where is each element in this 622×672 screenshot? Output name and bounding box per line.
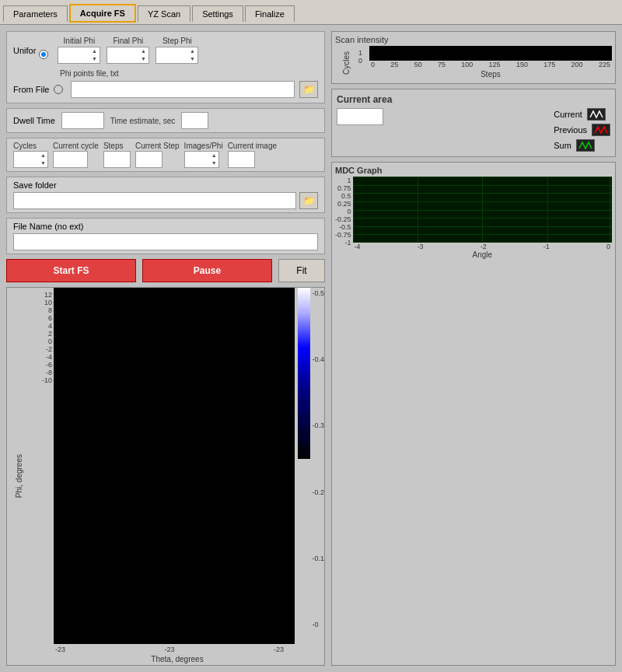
initial-phi-arrows[interactable]: ▲ ▼	[89, 47, 99, 63]
cbar-tick-1: -0.4	[312, 355, 324, 363]
current-step-input[interactable]: 0	[135, 151, 162, 168]
scan-plot-inner: 0 25 50 75 100 125 150 175 200 225 Steps	[369, 46, 612, 80]
tab-acquire-fs[interactable]: Acquire FS	[69, 4, 136, 23]
cycles-input[interactable]: 1	[14, 154, 39, 165]
cbar-tick-5: -0	[312, 621, 324, 628]
dwell-row: Dwell Time 1000 Time estimate, sec 3	[6, 108, 325, 133]
cycles-label: Cycles	[13, 142, 48, 150]
legend-sum-label: Sum	[554, 141, 571, 150]
step-phi-col: Step Phi 1 ▲ ▼	[156, 37, 198, 64]
previous-waveform	[593, 125, 609, 135]
step-phi-up[interactable]: ▲	[187, 47, 197, 55]
ytick-n2: -2	[46, 345, 52, 353]
mdc-ytick-n1: -1	[335, 239, 351, 247]
final-phi-arrows[interactable]: ▲ ▼	[138, 47, 148, 63]
final-phi-input[interactable]: 10	[107, 50, 138, 61]
current-area-title: Current area	[337, 94, 610, 105]
ytick-n10: -10	[42, 376, 52, 384]
mdc-xtick-n1: -1	[543, 243, 550, 250]
previous-icon	[592, 124, 610, 136]
xtick-3: -23	[274, 646, 284, 653]
ytick-n6: -6	[46, 361, 52, 369]
initial-phi-spinner[interactable]: 8 ▲ ▼	[58, 47, 100, 64]
mdc-xtick-n3: -3	[418, 243, 424, 250]
scan-canvas	[369, 46, 612, 61]
current-image-col: Current image 0	[228, 142, 277, 168]
phi-row: Unifor Initial Phi 8 ▲ ▼	[13, 37, 318, 64]
scan-intensity-panel: Scan intensity Cycles 1 0 0 25 50	[331, 31, 616, 84]
cbar-tick-3: -0.2	[312, 488, 324, 496]
final-phi-up[interactable]: ▲	[138, 47, 148, 55]
images-phi-arrows[interactable]: ▲ ▼	[210, 152, 218, 167]
step-phi-down[interactable]: ▼	[187, 55, 197, 63]
ytick-0: 0	[48, 338, 52, 345]
step-phi-spinner[interactable]: 1 ▲ ▼	[156, 47, 198, 64]
initial-phi-input[interactable]: 8	[58, 50, 89, 61]
images-phi-input[interactable]: 1	[185, 154, 210, 165]
final-phi-spinner[interactable]: 10 ▲ ▼	[107, 47, 149, 64]
mdc-xtick-0: 0	[606, 243, 610, 250]
final-phi-label: Final Phi	[113, 37, 143, 45]
fit-button[interactable]: Fit	[278, 259, 325, 282]
tab-parameters[interactable]: Parameters	[3, 5, 68, 22]
tab-settings[interactable]: Settings	[192, 5, 243, 22]
start-button[interactable]: Start FS	[6, 259, 136, 282]
cycles-col: Cycles 1 ▲ ▼	[13, 142, 48, 168]
legend-area: Current Previous	[554, 108, 610, 152]
mdc-ytick-0: 0	[335, 208, 351, 215]
images-phi-up[interactable]: ▲	[210, 152, 218, 159]
current-cycle-label: Current cycle	[53, 142, 99, 150]
main-content: Unifor Initial Phi 8 ▲ ▼	[0, 25, 622, 672]
images-phi-down[interactable]: ▼	[210, 159, 218, 167]
fromfile-radio[interactable]	[54, 85, 63, 94]
step-phi-input[interactable]: 1	[156, 50, 187, 61]
current-cycle-input[interactable]: 0	[53, 151, 88, 168]
filename-panel: File Name (no ext) FS	[6, 218, 325, 254]
initial-phi-down[interactable]: ▼	[89, 55, 99, 63]
ytick-4: 4	[48, 322, 52, 330]
time-est-input[interactable]: 3	[181, 112, 208, 129]
cycles-down[interactable]: ▼	[39, 159, 47, 167]
scan-y-ticks: 1 0	[357, 46, 369, 80]
ytick-8: 8	[48, 306, 52, 314]
initial-phi-label: Initial Phi	[64, 37, 96, 45]
scan-xtick-175: 175	[543, 61, 555, 68]
current-area-panel: Current area 0 Current Previous	[331, 89, 616, 157]
scan-xtick-50: 50	[414, 61, 422, 68]
images-phi-label: Images/Phi	[184, 142, 223, 150]
save-folder-input[interactable]: D:\UBC_Data	[13, 192, 296, 209]
mdc-ytick-n025: -0.25	[335, 215, 351, 223]
cycles-up[interactable]: ▲	[39, 152, 47, 159]
save-folder-btn[interactable]: 📁	[299, 192, 318, 209]
final-phi-down[interactable]: ▼	[138, 55, 148, 63]
phi-x-label: Theta, degrees	[30, 653, 324, 665]
mdc-plot-inner: -4 -3 -2 -1 0 Angle	[353, 177, 612, 259]
dwell-label: Dwell Time	[13, 116, 55, 125]
step-phi-arrows[interactable]: ▲ ▼	[187, 47, 197, 63]
plot-main: Phi, degrees 12 10 8 6 4 2 0	[7, 288, 324, 665]
save-folder-row: D:\UBC_Data 📁	[13, 192, 318, 209]
tab-finalize[interactable]: Finalize	[245, 5, 295, 22]
ytick-6: 6	[48, 314, 52, 322]
pause-button[interactable]: Pause	[142, 259, 272, 282]
filename-input[interactable]: FS	[13, 233, 318, 250]
cycles-spinner[interactable]: 1 ▲ ▼	[13, 151, 48, 168]
steps-input[interactable]: 3	[103, 151, 131, 168]
images-phi-spinner[interactable]: 1 ▲ ▼	[184, 151, 219, 168]
uniform-radio[interactable]	[39, 50, 48, 59]
fromfile-folder-btn[interactable]: 📁	[299, 81, 318, 98]
fromfile-label: From File	[13, 85, 49, 94]
fromfile-input[interactable]: g	[71, 81, 295, 98]
filename-label: File Name (no ext)	[13, 222, 318, 231]
current-image-input[interactable]: 0	[228, 151, 255, 168]
ytick-2: 2	[48, 330, 52, 338]
tab-yz-scan[interactable]: YZ Scan	[138, 5, 190, 22]
dwell-input[interactable]: 1000	[61, 112, 104, 129]
current-waveform	[589, 110, 604, 119]
current-icon	[587, 108, 606, 121]
colorbar-area: -0.5 -0.4 -0.3 -0.2 -0.1 -0	[298, 288, 324, 644]
scan-xtick-200: 200	[571, 61, 583, 68]
current-area-input[interactable]: 0	[337, 108, 383, 125]
initial-phi-up[interactable]: ▲	[89, 47, 99, 55]
cycles-arrows[interactable]: ▲ ▼	[39, 152, 47, 167]
